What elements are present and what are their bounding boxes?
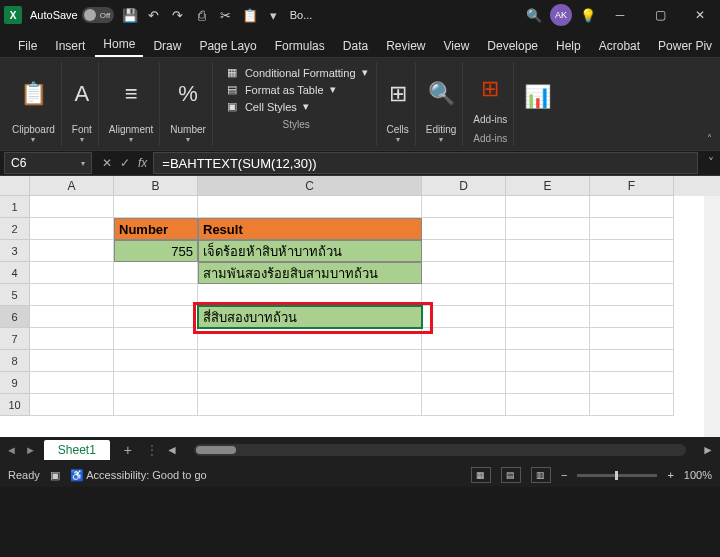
page-break-view-button[interactable]: ▥ <box>531 467 551 483</box>
editing-icon[interactable]: 🔍 <box>428 81 455 107</box>
row-header[interactable]: 5 <box>0 284 30 306</box>
cell-b2[interactable]: Number <box>114 218 198 240</box>
ribbon: 📋 Clipboard▾ A Font▾ ≡ Alignment▾ % Numb… <box>0 58 720 150</box>
vertical-scrollbar[interactable] <box>704 196 720 437</box>
analyze-group: 📊 <box>518 62 557 146</box>
autosave-toggle[interactable]: AutoSave Off <box>30 7 114 23</box>
select-all-corner[interactable] <box>0 176 30 196</box>
tab-insert[interactable]: Insert <box>47 35 93 57</box>
styles-group: ▦Conditional Formatting ▾ ▤Format as Tab… <box>217 62 377 146</box>
font-group: A Font▾ <box>66 62 99 146</box>
enter-formula-icon[interactable]: ✓ <box>120 156 130 170</box>
cell-styles-button[interactable]: ▣Cell Styles ▾ <box>225 100 368 113</box>
page-layout-view-button[interactable]: ▤ <box>501 467 521 483</box>
conditional-formatting-button[interactable]: ▦Conditional Formatting ▾ <box>225 66 368 79</box>
col-header-f[interactable]: F <box>590 176 674 196</box>
alignment-icon[interactable]: ≡ <box>125 81 138 107</box>
spreadsheet-grid[interactable]: A B C D E F 1 2NumberResult 3755เจ็ดร้อย… <box>0 176 720 437</box>
zoom-in-button[interactable]: + <box>667 469 673 481</box>
row-header[interactable]: 8 <box>0 350 30 372</box>
editing-group: 🔍 Editing▾ <box>420 62 464 146</box>
tab-view[interactable]: View <box>436 35 478 57</box>
clipboard-icon[interactable]: 📋 <box>20 81 47 107</box>
search-icon[interactable]: 🔍 <box>526 7 542 23</box>
cell-c4[interactable]: สามพันสองร้อยสิบสามบาทถ้วน <box>198 262 422 284</box>
toggle-switch[interactable]: Off <box>82 7 114 23</box>
row-header[interactable]: 1 <box>0 196 30 218</box>
addins-group: ⊞ Add-ins Add-ins <box>467 62 514 146</box>
number-group: % Number▾ <box>164 62 213 146</box>
row-header[interactable]: 10 <box>0 394 30 416</box>
lightbulb-icon[interactable]: 💡 <box>580 7 596 23</box>
row-header[interactable]: 6 <box>0 306 30 328</box>
name-box[interactable]: C6▾ <box>4 152 92 174</box>
analyze-icon[interactable]: 📊 <box>524 84 551 110</box>
format-as-table-button[interactable]: ▤Format as Table ▾ <box>225 83 368 96</box>
tab-page-layout[interactable]: Page Layo <box>191 35 264 57</box>
cell-c3[interactable]: เจ็ดร้อยห้าสิบห้าบาทถ้วน <box>198 240 422 262</box>
tab-powerpivot[interactable]: Power Piv <box>650 35 720 57</box>
tab-acrobat[interactable]: Acrobat <box>591 35 648 57</box>
cells-group: ⊞ Cells▾ <box>381 62 416 146</box>
status-bar: Ready ▣ ♿ Accessibility: Good to go ▦ ▤ … <box>0 463 720 487</box>
close-button[interactable]: ✕ <box>684 0 716 30</box>
title-bar: X AutoSave Off 💾 ↶ ↷ ⎙ ✂ 📋 ▾ Bo... 🔍 AK … <box>0 0 720 30</box>
zoom-out-button[interactable]: − <box>561 469 567 481</box>
print-icon[interactable]: ⎙ <box>194 7 210 23</box>
cell-c6[interactable]: สี่สิบสองบาทถ้วน <box>198 306 422 328</box>
col-header-c[interactable]: C <box>198 176 422 196</box>
col-header-d[interactable]: D <box>422 176 506 196</box>
zoom-slider[interactable] <box>577 474 657 477</box>
formula-input[interactable]: =BAHTTEXT(SUM(12,30)) <box>153 152 698 174</box>
accessibility-status[interactable]: ♿ Accessibility: Good to go <box>70 469 207 482</box>
macro-record-icon[interactable]: ▣ <box>50 469 60 482</box>
cut-icon[interactable]: ✂ <box>218 7 234 23</box>
addins-icon[interactable]: ⊞ <box>481 76 499 102</box>
font-icon[interactable]: A <box>74 81 89 107</box>
add-sheet-button[interactable]: + <box>118 442 138 458</box>
cells-icon[interactable]: ⊞ <box>389 81 407 107</box>
normal-view-button[interactable]: ▦ <box>471 467 491 483</box>
ribbon-tabs: File Insert Home Draw Page Layo Formulas… <box>0 30 720 58</box>
cell-b3[interactable]: 755 <box>114 240 198 262</box>
paste-icon[interactable]: 📋 <box>242 7 258 23</box>
user-avatar[interactable]: AK <box>550 4 572 26</box>
autosave-label: AutoSave <box>30 9 78 21</box>
tab-file[interactable]: File <box>10 35 45 57</box>
tab-developer[interactable]: Develope <box>479 35 546 57</box>
tab-data[interactable]: Data <box>335 35 376 57</box>
cell-c2[interactable]: Result <box>198 218 422 240</box>
minimize-button[interactable]: ─ <box>604 0 636 30</box>
document-title: Bo... <box>290 9 313 21</box>
row-header[interactable]: 4 <box>0 262 30 284</box>
fx-icon[interactable]: fx <box>138 156 147 170</box>
row-header[interactable]: 2 <box>0 218 30 240</box>
expand-formula-bar-icon[interactable]: ˅ <box>702 156 720 170</box>
row-header[interactable]: 9 <box>0 372 30 394</box>
redo-icon[interactable]: ↷ <box>170 7 186 23</box>
zoom-level[interactable]: 100% <box>684 469 712 481</box>
row-header[interactable]: 3 <box>0 240 30 262</box>
clipboard-group: 📋 Clipboard▾ <box>6 62 62 146</box>
row-header[interactable]: 7 <box>0 328 30 350</box>
sheet-nav-next-icon[interactable]: ► <box>25 444 36 456</box>
tab-help[interactable]: Help <box>548 35 589 57</box>
save-icon[interactable]: 💾 <box>122 7 138 23</box>
tab-formulas[interactable]: Formulas <box>267 35 333 57</box>
col-header-a[interactable]: A <box>30 176 114 196</box>
horizontal-scrollbar[interactable] <box>194 444 686 456</box>
collapse-ribbon-icon[interactable]: ˄ <box>707 133 712 144</box>
sheet-tab-active[interactable]: Sheet1 <box>44 440 110 460</box>
number-icon[interactable]: % <box>178 81 198 107</box>
cancel-formula-icon[interactable]: ✕ <box>102 156 112 170</box>
tab-review[interactable]: Review <box>378 35 433 57</box>
maximize-button[interactable]: ▢ <box>644 0 676 30</box>
sheet-nav-prev-icon[interactable]: ◄ <box>6 444 17 456</box>
undo-icon[interactable]: ↶ <box>146 7 162 23</box>
tab-draw[interactable]: Draw <box>145 35 189 57</box>
formula-bar: C6▾ ✕ ✓ fx =BAHTTEXT(SUM(12,30)) ˅ <box>0 150 720 176</box>
tab-home[interactable]: Home <box>95 33 143 57</box>
qat-more-icon[interactable]: ▾ <box>266 7 282 23</box>
col-header-b[interactable]: B <box>114 176 198 196</box>
col-header-e[interactable]: E <box>506 176 590 196</box>
